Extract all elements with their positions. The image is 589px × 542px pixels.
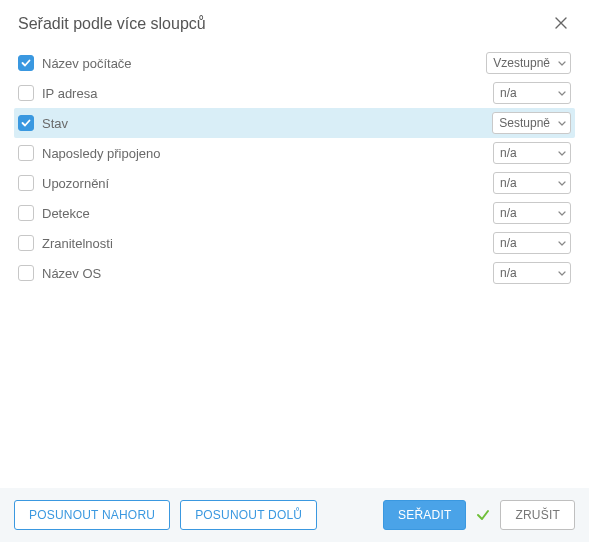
order-select-value: Vzestupně	[493, 56, 550, 70]
dialog-title: Seřadit podle více sloupců	[18, 15, 206, 33]
order-select[interactable]: Vzestupně	[486, 52, 571, 74]
column-label: Upozornění	[42, 176, 493, 191]
check-icon	[476, 508, 490, 522]
column-row[interactable]: Naposledy připojenon/a	[14, 138, 575, 168]
column-label: Zranitelnosti	[42, 236, 493, 251]
order-select-value: n/a	[500, 146, 517, 160]
order-select-value: n/a	[500, 86, 517, 100]
column-checkbox[interactable]	[18, 145, 34, 161]
move-down-button[interactable]: POSUNOUT DOLŮ	[180, 500, 317, 530]
order-select-wrap: n/a	[493, 202, 571, 224]
order-select-value: n/a	[500, 206, 517, 220]
order-select-value: n/a	[500, 236, 517, 250]
order-select[interactable]: n/a	[493, 82, 571, 104]
order-select-value: n/a	[500, 176, 517, 190]
order-select-wrap: Sestupně	[492, 112, 571, 134]
order-select-value: Sestupně	[499, 116, 550, 130]
order-select-wrap: n/a	[493, 262, 571, 284]
order-select-wrap: n/a	[493, 142, 571, 164]
close-button[interactable]	[551, 14, 571, 34]
column-checkbox[interactable]	[18, 85, 34, 101]
column-label: Název počítače	[42, 56, 486, 71]
sort-dialog: Seřadit podle více sloupců Název počítač…	[0, 0, 589, 542]
order-select[interactable]: n/a	[493, 142, 571, 164]
order-select[interactable]: n/a	[493, 262, 571, 284]
column-row[interactable]: Název počítačeVzestupně	[14, 48, 575, 78]
column-row[interactable]: Název OSn/a	[14, 258, 575, 288]
column-row[interactable]: Detekcen/a	[14, 198, 575, 228]
column-label: Naposledy připojeno	[42, 146, 493, 161]
column-row[interactable]: Zranitelnostin/a	[14, 228, 575, 258]
columns-list: Název počítačeVzestupněIP adresan/aStavS…	[0, 42, 589, 488]
dialog-header: Seřadit podle více sloupců	[0, 0, 589, 42]
order-select[interactable]: n/a	[493, 202, 571, 224]
column-label: Název OS	[42, 266, 493, 281]
cancel-button[interactable]: ZRUŠIT	[500, 500, 575, 530]
column-label: Stav	[42, 116, 492, 131]
column-label: IP adresa	[42, 86, 493, 101]
column-checkbox[interactable]	[18, 115, 34, 131]
order-select[interactable]: Sestupně	[492, 112, 571, 134]
sort-button[interactable]: SEŘADIT	[383, 500, 466, 530]
column-checkbox[interactable]	[18, 55, 34, 71]
column-checkbox[interactable]	[18, 205, 34, 221]
column-row[interactable]: IP adresan/a	[14, 78, 575, 108]
order-select[interactable]: n/a	[493, 232, 571, 254]
order-select-wrap: n/a	[493, 232, 571, 254]
order-select-wrap: n/a	[493, 172, 571, 194]
column-row[interactable]: Upozorněnín/a	[14, 168, 575, 198]
order-select-value: n/a	[500, 266, 517, 280]
column-checkbox[interactable]	[18, 265, 34, 281]
close-icon	[555, 17, 567, 32]
move-up-button[interactable]: POSUNOUT NAHORU	[14, 500, 170, 530]
dialog-footer: POSUNOUT NAHORU POSUNOUT DOLŮ SEŘADIT ZR…	[0, 488, 589, 542]
column-label: Detekce	[42, 206, 493, 221]
order-select-wrap: Vzestupně	[486, 52, 571, 74]
column-checkbox[interactable]	[18, 175, 34, 191]
column-row[interactable]: StavSestupně	[14, 108, 575, 138]
order-select-wrap: n/a	[493, 82, 571, 104]
column-checkbox[interactable]	[18, 235, 34, 251]
order-select[interactable]: n/a	[493, 172, 571, 194]
